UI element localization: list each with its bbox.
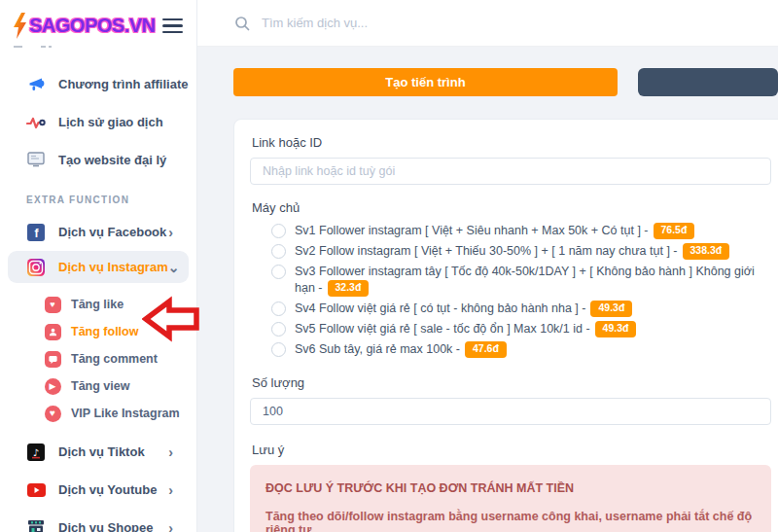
sidebar-item-website[interactable]: Tạo website đại lý: [0, 141, 196, 179]
comment-bubble-icon: [44, 350, 61, 368]
server-option-text: Sv3 Follower instagram tây [ Tốc độ 40k-…: [295, 264, 771, 297]
sidebar-item-tiktok[interactable]: ♪ Dịch vụ Tiktok ›: [0, 433, 196, 471]
submenu-item-tang-comment[interactable]: Tăng comment: [0, 345, 196, 372]
red-arrow-annotation: [142, 296, 200, 342]
submenu-item-vip-like[interactable]: ♥ VIP Like Instagram: [0, 400, 196, 427]
server-option-sv5[interactable]: Sv5 Follow việt giá rẻ [ sale - tốc độ ổ…: [271, 321, 771, 337]
notice-box: ĐỌC LƯU Ý TRƯỚC KHI TẠO ĐƠN TRÁNH MẤT TI…: [250, 465, 771, 532]
facebook-icon: f: [26, 223, 46, 242]
content-area: Tạo tiến trình Link hoặc ID Máy chủ Sv1 …: [197, 47, 778, 532]
logo-row: SAGOPOS.VN: [0, 0, 196, 39]
quantity-label: Số lượng: [252, 375, 771, 390]
main-area: Tạo tiến trình Link hoặc ID Máy chủ Sv1 …: [197, 0, 778, 532]
sidebar-item-label: Tạo website đại lý: [58, 153, 166, 167]
chevron-down-icon: ⌄: [168, 261, 180, 274]
server-label: Máy chủ: [252, 200, 771, 215]
like-bubble-icon: ♥: [44, 296, 61, 313]
heart-circle-icon: ♥: [44, 405, 61, 422]
shopee-icon: [26, 518, 46, 532]
sidebar-item-shopee[interactable]: Dịch vụ Shopee ›: [0, 509, 196, 532]
sidebar-item-history[interactable]: Lịch sử giao dịch: [0, 103, 196, 141]
megaphone-icon: [26, 75, 46, 94]
price-badge: 76.5đ: [654, 223, 695, 239]
section-header: EXTRA FUNCTION: [0, 179, 196, 213]
sidebar-item-label: Dịch vụ Youtube: [58, 482, 157, 497]
lightning-bolt-icon: [13, 13, 27, 39]
submenu-item-tang-view[interactable]: ▶ Tăng view: [0, 372, 196, 400]
action-buttons: Tạo tiến trình: [233, 68, 778, 96]
search-icon: [234, 16, 250, 31]
server-option-sv1[interactable]: Sv1 Follower instagram [ Việt + Siêu nha…: [271, 223, 771, 239]
submenu-item-label: Tăng view: [71, 379, 129, 393]
sidebar-item-youtube[interactable]: Dịch vụ Youtube ›: [0, 471, 196, 509]
instagram-icon: [26, 258, 46, 277]
notice-title: ĐỌC LƯU Ý TRƯỚC KHI TẠO ĐƠN TRÁNH MẤT TI…: [265, 481, 756, 495]
sidebar-item-instagram[interactable]: Dịch vụ Instagram ⌄: [8, 251, 189, 283]
submenu-item-label: Tăng like: [71, 298, 124, 311]
submenu-item-label: VIP Like Instagram: [71, 407, 180, 420]
follow-person-icon: [44, 323, 61, 340]
server-option-sv6[interactable]: Sv6 Sub tây, giá rẻ max 100k -47.6đ: [271, 341, 771, 358]
youtube-icon: [26, 480, 46, 500]
server-option-text: Sv6 Sub tây, giá rẻ max 100k -47.6đ: [295, 341, 507, 358]
quantity-input[interactable]: [250, 398, 771, 425]
chevron-right-icon: ›: [168, 226, 173, 239]
secondary-button[interactable]: [638, 68, 778, 96]
price-badge: 338.3đ: [683, 243, 730, 260]
radio-button[interactable]: [271, 342, 286, 357]
search-input[interactable]: [262, 16, 553, 30]
price-badge: 47.6đ: [465, 341, 507, 358]
sidebar-item-facebook[interactable]: f Dịch vụ Facebook ›: [0, 213, 196, 251]
chevron-right-icon: ›: [168, 445, 173, 459]
app-window: SAGOPOS.VN Chương trình affiliate Lịch s…: [0, 0, 778, 532]
logo[interactable]: SAGOPOS.VN: [29, 15, 160, 37]
link-label: Link hoặc ID: [252, 135, 771, 150]
topbar: [197, 0, 778, 47]
link-input[interactable]: [250, 158, 771, 185]
radio-button[interactable]: [271, 301, 286, 316]
server-options: Sv1 Follower instagram [ Việt + Siêu nha…: [271, 223, 771, 358]
server-option-text: Sv4 Follow việt giá rẻ [ có tụt - không …: [295, 301, 632, 317]
sidebar-item-label: Dịch vụ Tiktok: [58, 444, 145, 459]
notice-line: Tăng theo dõi/follow instagram bằng user…: [265, 510, 756, 532]
submenu-item-label: Tăng comment: [71, 352, 158, 366]
submenu-item-label: Tăng follow: [71, 325, 138, 338]
svg-text:♪: ♪: [33, 446, 39, 457]
sidebar-item-label: Dịch vụ Instagram: [58, 260, 168, 274]
activity-icon: [26, 113, 46, 132]
server-option-sv2[interactable]: Sv2 Follow instagram [ Việt + Thiếu 30-5…: [271, 243, 771, 260]
radio-button[interactable]: [271, 265, 286, 279]
price-badge: 49.3đ: [590, 301, 632, 317]
sidebar-item-label: Dịch vụ Shopee: [58, 520, 154, 532]
server-option-sv4[interactable]: Sv4 Follow việt giá rẻ [ có tụt - không …: [271, 301, 771, 317]
server-option-sv3[interactable]: Sv3 Follower instagram tây [ Tốc độ 40k-…: [271, 264, 771, 297]
server-option-text: Sv2 Follow instagram [ Việt + Thiếu 30-5…: [295, 243, 729, 260]
radio-button[interactable]: [271, 244, 286, 259]
clipped-menu-fragment: [14, 42, 196, 55]
price-badge: 32.3đ: [328, 280, 370, 297]
server-option-text: Sv1 Follower instagram [ Việt + Siêu nha…: [295, 223, 694, 239]
sidebar-item-label: Dịch vụ Facebook: [58, 225, 166, 239]
radio-button[interactable]: [271, 322, 286, 337]
radio-button[interactable]: [271, 224, 286, 238]
sidebar-menu: Chương trình affiliate Lịch sử giao dịch…: [0, 65, 196, 179]
price-badge: 49.3đ: [595, 321, 637, 337]
note-label: Lưu ý: [252, 443, 771, 457]
tiktok-icon: ♪: [26, 443, 46, 462]
server-option-text: Sv5 Follow việt giá rẻ [ sale - tốc độ ổ…: [295, 321, 636, 337]
create-order-button[interactable]: Tạo tiến trình: [233, 68, 618, 96]
sidebar-item-affiliate[interactable]: Chương trình affiliate: [0, 65, 196, 103]
sidebar: SAGOPOS.VN Chương trình affiliate Lịch s…: [0, 0, 197, 532]
sidebar-item-label: Lịch sử giao dịch: [58, 115, 163, 129]
menu-toggle-button[interactable]: [160, 15, 185, 38]
chevron-right-icon: ›: [168, 483, 173, 497]
sidebar-item-label: Chương trình affiliate: [58, 77, 189, 91]
monitor-icon: [26, 151, 46, 170]
play-icon: ▶: [44, 377, 61, 395]
chevron-right-icon: ›: [168, 521, 173, 532]
order-form-card: Link hoặc ID Máy chủ Sv1 Follower instag…: [233, 119, 778, 532]
